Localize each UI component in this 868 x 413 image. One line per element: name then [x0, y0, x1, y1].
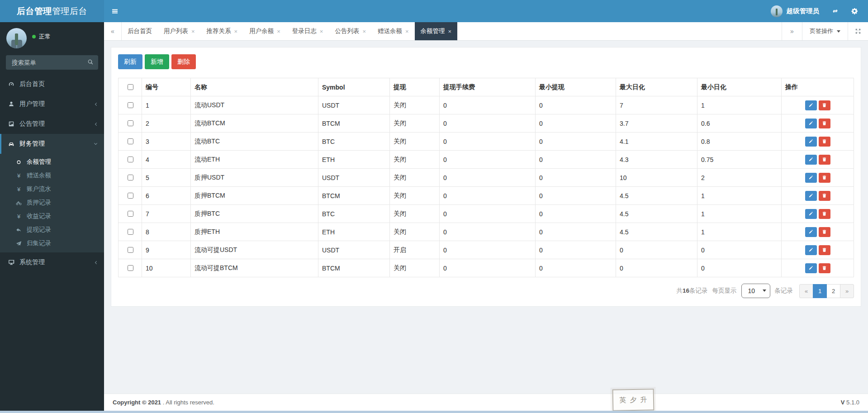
row-actions-cell	[782, 133, 854, 151]
tab-operations-dropdown[interactable]: 页签操作	[802, 22, 848, 40]
row-delete-button[interactable]	[819, 173, 830, 183]
row-edit-button[interactable]	[805, 227, 817, 237]
header-user-menu[interactable]: 超级管理员	[771, 5, 820, 17]
select-all-checkbox[interactable]	[128, 84, 133, 90]
tab-close-icon[interactable]: ×	[405, 28, 409, 34]
row-checkbox[interactable]	[128, 229, 133, 235]
row-checkbox[interactable]	[128, 211, 133, 217]
row-checkbox[interactable]	[128, 102, 133, 108]
search-input[interactable]	[6, 55, 98, 70]
tab-close-icon[interactable]: ×	[362, 28, 366, 34]
row-edit-button[interactable]	[805, 191, 817, 201]
row-edit-button[interactable]	[805, 119, 817, 128]
tab-item[interactable]: 推荐关系×	[201, 22, 244, 40]
row-checkbox[interactable]	[128, 247, 133, 253]
add-button[interactable]: 新增	[145, 54, 169, 69]
sidebar-item-link[interactable]: 用户管理	[0, 94, 104, 114]
row-checkbox[interactable]	[128, 157, 133, 162]
table-row: 1流动USDTUSDT关闭0071	[119, 96, 854, 114]
tabs-scroll-right-button[interactable]: »	[782, 22, 802, 40]
sidebar-subitem-link[interactable]: 质押记录	[0, 196, 104, 209]
gear-icon[interactable]	[851, 8, 858, 14]
row-delete-button[interactable]	[819, 191, 830, 201]
fullscreen-icon[interactable]	[848, 22, 868, 40]
user-status: 正常	[32, 33, 51, 41]
header-avatar	[771, 5, 783, 17]
sidebar-subitem-link[interactable]: 余额管理	[0, 155, 104, 169]
sidebar-subitem-link[interactable]: ¥账户流水	[0, 182, 104, 196]
row-delete-button[interactable]	[819, 245, 830, 255]
sidebar-subitem-label: 余额管理	[27, 158, 51, 166]
tab-close-icon[interactable]: ×	[448, 28, 452, 34]
page-1-button[interactable]: 1	[813, 284, 827, 298]
row-checkbox[interactable]	[128, 265, 133, 271]
row-checkbox-cell	[119, 259, 142, 277]
tab-item[interactable]: 余额管理×	[415, 22, 458, 40]
table-row: 8质押ETHETH关闭004.51	[119, 223, 854, 241]
tabbar: « 后台首页用户列表×推荐关系×用户余额×登录日志×公告列表×赠送余额×余额管理…	[104, 22, 868, 41]
cell-id: 4	[142, 151, 191, 169]
row-checkbox[interactable]	[128, 120, 133, 126]
row-delete-button[interactable]	[819, 209, 830, 219]
row-edit-button[interactable]	[805, 173, 817, 183]
row-checkbox[interactable]	[128, 193, 133, 199]
sidebar-subitem: ¥账户流水	[0, 182, 104, 196]
chevron-down-icon	[93, 142, 98, 147]
row-edit-button[interactable]	[805, 100, 817, 110]
sidebar-item-link[interactable]: 公告管理	[0, 114, 104, 134]
page-2-button[interactable]: 2	[826, 284, 840, 298]
refresh-icon[interactable]	[832, 8, 839, 14]
cell-fee: 0	[440, 259, 536, 277]
tab-label: 登录日志	[292, 27, 317, 35]
menu-toggle-icon[interactable]	[104, 0, 126, 22]
row-delete-button[interactable]	[819, 100, 830, 110]
row-edit-button[interactable]	[805, 155, 817, 165]
row-delete-button[interactable]	[819, 155, 830, 165]
sidebar-subitem: 归集记录	[0, 237, 104, 250]
column-header-symbol: Symbol	[318, 78, 390, 96]
prev-page-button[interactable]: «	[799, 284, 813, 298]
tab-close-icon[interactable]: ×	[234, 28, 238, 34]
search-icon[interactable]	[87, 59, 94, 65]
tab-item[interactable]: 用户余额×	[243, 22, 286, 40]
tab-close-icon[interactable]: ×	[277, 28, 280, 34]
cell-id: 10	[142, 259, 191, 277]
tab-item[interactable]: 用户列表×	[158, 22, 201, 40]
tab-item[interactable]: 登录日志×	[286, 22, 329, 40]
sidebar-item-link[interactable]: 系统管理	[0, 252, 104, 272]
sidebar-subitem-link[interactable]: 提现记录	[0, 223, 104, 237]
row-delete-button[interactable]	[819, 263, 830, 273]
cell-withdraw: 关闭	[390, 133, 440, 151]
row-checkbox[interactable]	[128, 138, 133, 144]
yen-icon: ¥	[15, 186, 23, 193]
tabs-scroll-left-button[interactable]: «	[104, 22, 122, 40]
sidebar-subitem-link[interactable]: 归集记录	[0, 237, 104, 250]
page-size-select[interactable]: 10	[741, 284, 770, 298]
delete-button[interactable]: 删除	[171, 54, 196, 69]
tab-close-icon[interactable]: ×	[191, 28, 195, 34]
row-edit-button[interactable]	[805, 263, 817, 273]
table-row: 5质押USDTUSDT关闭00102	[119, 169, 854, 187]
row-delete-button[interactable]	[819, 227, 830, 237]
cell-max_daily: 10	[616, 169, 697, 187]
row-checkbox-cell	[119, 169, 142, 187]
tab-close-icon[interactable]: ×	[320, 28, 323, 34]
row-edit-button[interactable]	[805, 245, 817, 255]
next-page-button[interactable]: »	[840, 284, 854, 298]
sidebar-subitem-link[interactable]: ¥赠送余额	[0, 169, 104, 182]
row-delete-button[interactable]	[819, 119, 830, 128]
refresh-button[interactable]: 刷新	[118, 54, 142, 69]
tab-item[interactable]: 公告列表×	[329, 22, 372, 40]
row-delete-button[interactable]	[819, 137, 830, 147]
sidebar-subitem-link[interactable]: ¥收益记录	[0, 209, 104, 223]
tab-item[interactable]: 后台首页	[122, 22, 158, 40]
tab-item[interactable]: 赠送余额×	[372, 22, 415, 40]
row-edit-button[interactable]	[805, 209, 817, 219]
sidebar-subitem-label: 归集记录	[27, 239, 51, 247]
horizontal-scrollbar[interactable]	[0, 411, 868, 413]
sidebar-item-link[interactable]: 财务管理	[0, 134, 104, 154]
cell-name: 质押BTC	[191, 205, 318, 223]
row-edit-button[interactable]	[805, 137, 817, 147]
sidebar-item-link[interactable]: 后台首页	[0, 74, 104, 94]
row-checkbox[interactable]	[128, 175, 133, 180]
